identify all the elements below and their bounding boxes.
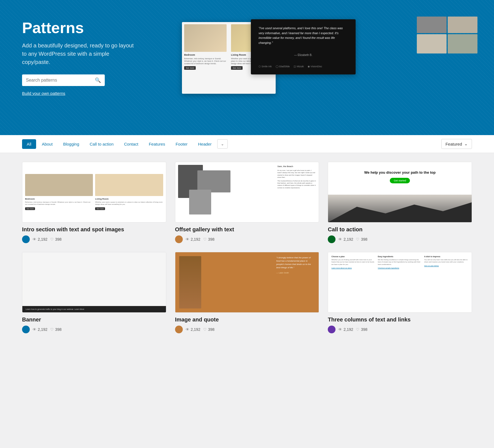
sort-dropdown[interactable]: Featured ⌄ xyxy=(441,139,472,149)
likes-icon-q: ♡ xyxy=(203,327,207,332)
like-count-b: 398 xyxy=(55,327,61,332)
hero-preview: Bedroom Bohemian, mid-century, baroque o… xyxy=(160,17,472,119)
preview-img-3 xyxy=(417,34,447,53)
likes-quote: ♡ 398 xyxy=(203,327,214,332)
views-icon-b: 👁 xyxy=(33,327,36,332)
hero-subtitle: Add a beautifully designed, ready to go … xyxy=(22,41,138,66)
pattern-thumbnail-quote[interactable]: "I strongly believe that the power of fo… xyxy=(175,252,319,313)
views-cta: 👁 2,192 xyxy=(338,237,353,242)
gallery-overlay-text: Sam, the Beach At my core, I am just a g… xyxy=(277,165,316,189)
cta-mountain-bg xyxy=(328,195,472,222)
views-icon: 👁 xyxy=(33,237,36,242)
filter-bar: All About Blogging Call to action Contac… xyxy=(0,135,494,153)
views-icon-3col: 👁 xyxy=(338,327,342,332)
preview-img-2 xyxy=(448,17,477,33)
like-count-g: 398 xyxy=(208,237,214,242)
views-icon-cta: 👁 xyxy=(338,237,342,242)
card1-bedroom-label: Bedroom xyxy=(184,53,227,56)
like-count-3col: 398 xyxy=(361,327,367,332)
pattern-meta-banner: 👁 2,192 ♡ 398 xyxy=(22,326,166,333)
like-count-q: 398 xyxy=(208,327,214,332)
cta-preview-button: Get started xyxy=(390,178,410,183)
likes-icon-b: ♡ xyxy=(50,327,54,332)
avatar-cta xyxy=(328,235,335,243)
pattern-title-intro: Intro section with text and spot images xyxy=(22,226,166,233)
filter-blogging[interactable]: Blogging xyxy=(58,139,84,149)
testimonial-logos: ⬡ Smile Ink ◯ GladSlide ◫ Mizuki ◉ Visio… xyxy=(259,65,348,68)
view-count-3col: 2,192 xyxy=(343,327,353,332)
avatar-gallery xyxy=(175,235,183,243)
pattern-thumbnail-3col[interactable]: Choose a plan Whether you are finding yo… xyxy=(328,252,472,313)
likes-banner: ♡ 398 xyxy=(50,327,61,332)
testimonial-author: — Elizabeth B. xyxy=(259,53,348,57)
views-3col: 👁 2,192 xyxy=(338,327,353,332)
likes-icon-g: ♡ xyxy=(203,237,207,242)
gallery-img-plant xyxy=(189,190,211,214)
hero-preview-images xyxy=(417,17,477,53)
preview-img-4 xyxy=(448,34,477,53)
pattern-card-cta: We help you discover your path to the to… xyxy=(328,162,472,243)
pattern-meta-quote: 👁 2,192 ♡ 398 xyxy=(175,326,319,333)
avatar-banner xyxy=(22,326,30,333)
pattern-title-quote: Image and quote xyxy=(175,316,319,323)
cta-headline-text: We help you discover your path to the to… xyxy=(328,162,472,175)
likes-icon-3col: ♡ xyxy=(356,327,359,332)
pattern-title-3col: Three columns of text and links xyxy=(328,316,472,323)
filter-contact[interactable]: Contact xyxy=(119,139,143,149)
logo-mizuki: ◫ Mizuki xyxy=(294,65,304,68)
pattern-thumbnail-intro[interactable]: Bedroom Bohemian, mid-century, baroque o… xyxy=(22,162,166,222)
card1-see-more: See more xyxy=(184,66,196,70)
filter-all[interactable]: All xyxy=(22,139,36,149)
sort-arrow-icon: ⌄ xyxy=(464,141,468,146)
logo-visiondisc: ◉ VisionDisc xyxy=(308,65,322,68)
build-patterns-link[interactable]: Build your own patterns xyxy=(22,91,65,96)
logo-smileink: ⬡ Smile Ink xyxy=(259,65,272,68)
view-count-q: 2,192 xyxy=(191,327,200,332)
pattern-card-3col: Choose a plan Whether you are finding yo… xyxy=(328,252,472,333)
filter-footer[interactable]: Footer xyxy=(171,139,192,149)
view-count-g: 2,192 xyxy=(191,237,200,242)
filter-about[interactable]: About xyxy=(37,139,57,149)
quote-attribution: — Lakin Smith xyxy=(276,272,315,275)
quote-preview: "I strongly believe that the power of fo… xyxy=(175,252,319,312)
cta-preview: We help you discover your path to the to… xyxy=(328,162,472,222)
gallery-preview: Sam, the Beach At my core, I am just a g… xyxy=(175,162,319,222)
view-count-cta: 2,192 xyxy=(343,237,353,242)
likes-gallery: ♡ 398 xyxy=(203,237,214,242)
search-icon: 🔍 xyxy=(95,77,101,83)
banner-preview-text: Learn how to generate traffic to your bl… xyxy=(26,308,163,310)
pattern-thumbnail-gallery[interactable]: Sam, the Beach At my core, I am just a g… xyxy=(175,162,319,222)
likes-3col: ♡ 398 xyxy=(356,327,367,332)
main-content: Bedroom Bohemian, mid-century, baroque o… xyxy=(0,153,494,342)
search-bar[interactable]: 🔍 xyxy=(22,74,105,86)
search-input[interactable] xyxy=(26,78,95,83)
like-count-cta: 398 xyxy=(361,237,367,242)
filter-more-button[interactable]: ⌄ xyxy=(217,139,228,149)
view-count-b: 2,192 xyxy=(38,327,47,332)
pattern-meta-cta: 👁 2,192 ♡ 398 xyxy=(328,235,472,243)
pattern-card-quote: "I strongly believe that the power of fo… xyxy=(175,252,319,333)
quote-person-image xyxy=(179,256,201,308)
pattern-card-gallery: Sam, the Beach At my core, I am just a g… xyxy=(175,162,319,243)
likes-icon-cta: ♡ xyxy=(356,237,359,242)
col3-plan: Choose a plan Whether you are finding yo… xyxy=(331,256,375,309)
preview-img-1 xyxy=(417,17,447,33)
hero-left: Patterns Add a beautifully designed, rea… xyxy=(22,17,160,96)
pattern-title-cta: Call to action xyxy=(328,226,472,233)
sort-label: Featured xyxy=(445,142,462,146)
pattern-meta-3col: 👁 2,192 ♡ 398 xyxy=(328,326,472,333)
avatar-intro xyxy=(22,235,30,243)
pattern-thumbnail-banner[interactable]: Learn how to generate traffic to your bl… xyxy=(22,252,166,313)
view-count: 2,192 xyxy=(38,237,47,242)
likes-icon: ♡ xyxy=(50,237,54,242)
hero-title: Patterns xyxy=(22,19,160,36)
filter-header[interactable]: Header xyxy=(193,139,216,149)
filter-features[interactable]: Features xyxy=(144,139,170,149)
pattern-thumbnail-cta[interactable]: We help you discover your path to the to… xyxy=(328,162,472,222)
avatar-quote xyxy=(175,326,183,333)
card1-see-more-2: See more xyxy=(231,66,243,70)
views-gallery: 👁 2,192 xyxy=(186,237,200,242)
filter-cta[interactable]: Call to action xyxy=(85,139,118,149)
avatar-3col xyxy=(328,326,335,333)
gallery-img-landscape xyxy=(197,170,230,192)
